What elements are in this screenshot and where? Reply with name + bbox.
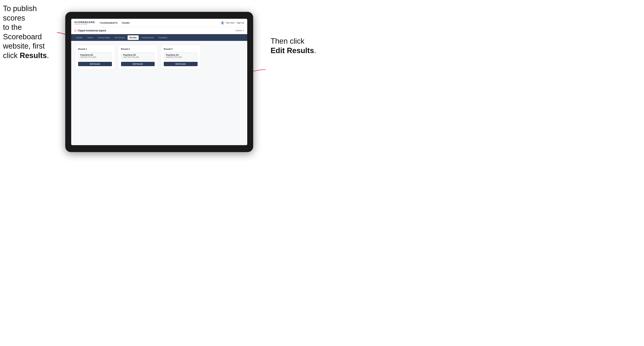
round-1-card: Round 1 Peachtree GC Gold (M) (7010 yds)… [75, 45, 115, 69]
tab-course-setup[interactable]: Course Setup [96, 35, 112, 40]
nav-teams[interactable]: TEAMS [122, 21, 130, 25]
round-3-course-name: Peachtree GC [166, 54, 196, 56]
instruction-left: To publish scores to the Scoreboard webs… [3, 4, 58, 60]
edit-results-button-1[interactable]: Edit Results [78, 62, 112, 66]
round-2-course-card: Peachtree GC Gold (M) (7010 yds) [121, 52, 155, 60]
cancel-button[interactable]: Cancel ✕ [236, 29, 244, 32]
tablet-screen: SCOREBOARD Powered by clippd TOURNAMENTS… [71, 19, 247, 145]
tournament-header: C Clippd Invitational (open) Cancel ✕ [71, 27, 247, 34]
tab-results[interactable]: Results [128, 35, 139, 40]
edit-results-button-2[interactable]: Edit Results [121, 62, 155, 66]
logo-sub: Powered by clippd [74, 23, 95, 25]
tab-bar: Details Teams Course Setup Tee Groups Re… [71, 34, 247, 41]
round-3-course-card: Peachtree GC Gold (M) (7010 yds) [164, 52, 198, 60]
logo-scoreboard: SCOREBOARD [74, 21, 95, 23]
main-content: Round 1 Peachtree GC Gold (M) (7010 yds)… [71, 41, 247, 145]
round-2-title: Round 2 [121, 48, 155, 50]
tab-leaderboards[interactable]: Leaderboards [140, 35, 156, 40]
round-1-course-card: Peachtree GC Gold (M) (7010 yds) [78, 52, 112, 60]
user-name: Test User | [226, 22, 235, 24]
nav-links: TOURNAMENTS TEAMS [100, 21, 221, 25]
round-1-title: Round 1 [78, 48, 112, 50]
top-nav: SCOREBOARD Powered by clippd TOURNAMENTS… [71, 19, 247, 27]
round-1-course-details: Gold (M) (7010 yds) [80, 56, 110, 58]
tab-tee-groups[interactable]: Tee Groups [112, 35, 127, 40]
tab-details[interactable]: Details [74, 35, 84, 40]
round-2-course-name: Peachtree GC [123, 54, 153, 56]
tab-printables[interactable]: Printables [156, 35, 169, 40]
edit-results-button-3[interactable]: Edit Results [164, 62, 198, 66]
round-3-course-details: Gold (M) (7010 yds) [166, 56, 196, 58]
nav-right: 👤 Test User | Sign out [221, 21, 244, 25]
round-2-card: Round 2 Peachtree GC Gold (M) (7010 yds)… [118, 45, 158, 69]
round-3-title: Round 3 [164, 48, 198, 50]
round-1-course-name: Peachtree GC [80, 54, 110, 56]
rounds-grid: Round 1 Peachtree GC Gold (M) (7010 yds)… [75, 45, 243, 69]
logo-area: SCOREBOARD Powered by clippd [74, 21, 95, 25]
tournament-icon: C [74, 29, 76, 32]
round-3-card: Round 3 Peachtree GC Gold (M) (7010 yds)… [161, 45, 200, 69]
instruction-right: Then click Edit Results. [270, 36, 318, 55]
round-2-course-details: Gold (M) (7010 yds) [123, 56, 153, 58]
sign-out-link[interactable]: Sign out [237, 22, 244, 24]
user-icon: 👤 [221, 21, 224, 25]
empty-column [204, 45, 244, 69]
tournament-name: Clippd Invitational (open) [78, 29, 236, 32]
tablet-frame: SCOREBOARD Powered by clippd TOURNAMENTS… [65, 12, 253, 152]
nav-tournaments[interactable]: TOURNAMENTS [100, 21, 118, 25]
tab-teams[interactable]: Teams [85, 35, 95, 40]
